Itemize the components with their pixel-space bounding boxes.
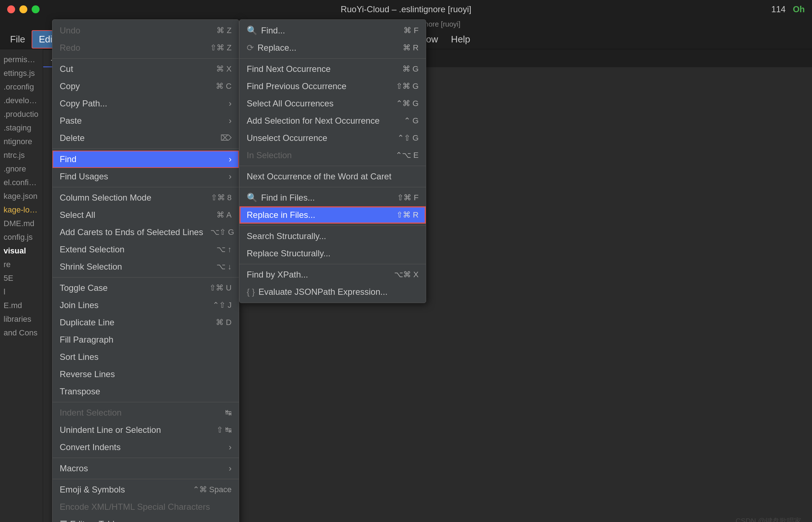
menu-file[interactable]: File bbox=[4, 31, 32, 48]
window-title: RuoYi-Cloud – .eslintignore [ruoyi] bbox=[341, 4, 471, 14]
separator bbox=[53, 58, 239, 59]
menu-item-find[interactable]: Find › bbox=[53, 151, 239, 168]
sidebar-item[interactable]: l bbox=[0, 285, 43, 299]
find-item-find-in-files[interactable]: 🔍 Find in Files... ⇧⌘ F bbox=[240, 189, 426, 206]
find-item-jsonpath[interactable]: { } Evaluate JSONPath Expression... bbox=[240, 283, 426, 301]
find-submenu: 🔍 Find... ⌘ F ⟳ Replace... ⌘ R Find Next… bbox=[239, 19, 426, 303]
menu-item-convert-indents[interactable]: Convert Indents › bbox=[53, 439, 239, 456]
menu-item-copy-path[interactable]: Copy Path... › bbox=[53, 95, 239, 112]
sidebar-item[interactable]: config.js bbox=[0, 230, 43, 244]
sidebar-item[interactable]: .developm bbox=[0, 94, 43, 107]
find-item-replace-structurally[interactable]: Replace Structurally... bbox=[240, 245, 426, 262]
sidebar-item[interactable]: kage-lock. bbox=[0, 203, 43, 217]
menu-item-encode-xml[interactable]: Encode XML/HTML Special Characters bbox=[53, 498, 239, 516]
find-item-prev-occurrence[interactable]: Find Previous Occurrence ⇧⌘ G bbox=[240, 78, 426, 95]
find-item-next-occurrence-word[interactable]: Next Occurrence of the Word at Caret bbox=[240, 168, 426, 185]
sidebar-item[interactable]: DME.md bbox=[0, 217, 43, 230]
sidebar-item[interactable]: visual bbox=[0, 244, 43, 258]
menu-item-select-all[interactable]: Select All ⌘ A bbox=[53, 206, 239, 224]
search-files-icon: 🔍 bbox=[247, 193, 257, 203]
sidebar-item[interactable]: libraries bbox=[0, 312, 43, 326]
menu-item-edit-as-table[interactable]: ☰ Edit as Table... bbox=[53, 516, 239, 522]
edit-menu-dropdown: Undo ⌘ Z Redo ⇧⌘ Z Cut ⌘ X Copy ⌘ C Copy… bbox=[52, 19, 239, 522]
menu-item-macros[interactable]: Macros › bbox=[53, 460, 239, 477]
separator bbox=[53, 187, 239, 187]
json-icon: { } bbox=[247, 287, 255, 297]
find-item-unselect-occurrence[interactable]: Unselect Occurrence ⌃⇧ G bbox=[240, 129, 426, 147]
separator bbox=[240, 187, 426, 187]
menu-item-toggle-case[interactable]: Toggle Case ⇧⌘ U bbox=[53, 279, 239, 297]
sidebar-item[interactable]: kage.json bbox=[0, 189, 43, 203]
menu-item-redo[interactable]: Redo ⇧⌘ Z bbox=[53, 39, 239, 56]
find-item-select-all-occurrences[interactable]: Select All Occurrences ⌃⌘ G bbox=[240, 95, 426, 112]
menu-item-cut[interactable]: Cut ⌘ X bbox=[53, 60, 239, 78]
sidebar-item[interactable]: re bbox=[0, 258, 43, 271]
menu-item-find-usages[interactable]: Find Usages › bbox=[53, 168, 239, 185]
menu-item-extend-selection[interactable]: Extend Selection ⌥ ↑ bbox=[53, 241, 239, 258]
separator bbox=[53, 402, 239, 402]
menu-item-duplicate-line[interactable]: Duplicate Line ⌘ D bbox=[53, 314, 239, 331]
separator bbox=[240, 225, 426, 226]
separator bbox=[53, 277, 239, 278]
menu-item-unindent[interactable]: Unindent Line or Selection ⇧ ↹ bbox=[53, 421, 239, 439]
sidebar-item[interactable]: .staging bbox=[0, 121, 43, 135]
traffic-lights bbox=[7, 5, 40, 13]
menu-item-fill-paragraph[interactable]: Fill Paragraph bbox=[53, 331, 239, 348]
find-item-search-structurally[interactable]: Search Structurally... bbox=[240, 228, 426, 245]
menu-item-delete[interactable]: Delete ⌦ bbox=[53, 129, 239, 147]
title-bar: RuoYi-Cloud – .eslintignore [ruoyi] 114 … bbox=[0, 0, 812, 19]
separator bbox=[53, 148, 239, 149]
find-item-find-by-xpath[interactable]: Find by XPath... ⌥⌘ X bbox=[240, 266, 426, 283]
maximize-button[interactable] bbox=[32, 5, 40, 13]
menu-item-reverse-lines[interactable]: Reverse Lines bbox=[53, 366, 239, 383]
watermark: CSDN @键盘歌唱家 bbox=[735, 516, 801, 522]
sidebar-item[interactable]: .orconfig bbox=[0, 80, 43, 94]
find-item-in-selection[interactable]: In Selection ⌃⌥ E bbox=[240, 147, 426, 164]
sidebar-item[interactable]: and Cons bbox=[0, 326, 43, 340]
sidebar-item[interactable]: ntrc.js bbox=[0, 148, 43, 162]
sidebar-item[interactable]: .gnore bbox=[0, 162, 43, 176]
sidebar-item[interactable]: ntignore bbox=[0, 135, 43, 148]
menu-item-join-lines[interactable]: Join Lines ⌃⇧ J bbox=[53, 297, 239, 314]
menu-item-copy[interactable]: Copy ⌘ C bbox=[53, 78, 239, 95]
menu-item-add-carets[interactable]: Add Carets to Ends of Selected Lines ⌥⇧ … bbox=[53, 224, 239, 241]
separator bbox=[240, 166, 426, 166]
notification-count: 114 bbox=[771, 4, 786, 14]
minimize-button[interactable] bbox=[19, 5, 27, 13]
separator bbox=[53, 458, 239, 458]
find-item-replace[interactable]: ⟳ Replace... ⌘ R bbox=[240, 39, 426, 56]
separator bbox=[53, 479, 239, 479]
find-item-find[interactable]: 🔍 Find... ⌘ F bbox=[240, 22, 426, 39]
menu-item-transpose[interactable]: Transpose bbox=[53, 383, 239, 400]
menu-item-sort-lines[interactable]: Sort Lines bbox=[53, 348, 239, 366]
menu-help[interactable]: Help bbox=[444, 31, 476, 48]
sidebar-item[interactable]: ettings.js bbox=[0, 67, 43, 80]
sidebar-item[interactable]: E.md bbox=[0, 299, 43, 312]
sidebar-item[interactable]: permission. bbox=[0, 53, 43, 67]
sidebar-item[interactable]: el.config.js bbox=[0, 176, 43, 189]
close-button[interactable] bbox=[7, 5, 15, 13]
replace-icon: ⟳ bbox=[247, 43, 254, 53]
menu-item-indent-selection[interactable]: Indent Selection ↹ bbox=[53, 404, 239, 421]
menu-item-column-selection[interactable]: Column Selection Mode ⇧⌘ 8 bbox=[53, 189, 239, 206]
separator bbox=[240, 58, 426, 59]
separator bbox=[240, 264, 426, 264]
find-item-next-occurrence[interactable]: Find Next Occurrence ⌘ G bbox=[240, 60, 426, 78]
menu-item-shrink-selection[interactable]: Shrink Selection ⌥ ↓ bbox=[53, 258, 239, 275]
search-icon: 🔍 bbox=[247, 26, 257, 36]
sidebar: permission. ettings.js .orconfig .develo… bbox=[0, 49, 43, 522]
find-item-replace-in-files[interactable]: Replace in Files... ⇧⌘ R bbox=[240, 206, 426, 224]
menu-item-undo[interactable]: Undo ⌘ Z bbox=[53, 22, 239, 39]
sidebar-item[interactable]: 5E bbox=[0, 271, 43, 285]
user-label: Oh bbox=[793, 4, 805, 14]
find-item-add-selection-next[interactable]: Add Selection for Next Occurrence ⌃ G bbox=[240, 112, 426, 129]
sidebar-item[interactable]: .productio bbox=[0, 107, 43, 121]
menu-item-emoji[interactable]: Emoji & Symbols ⌃⌘ Space bbox=[53, 481, 239, 498]
title-bar-right: 114 Oh bbox=[771, 4, 805, 14]
menu-item-paste[interactable]: Paste › bbox=[53, 112, 239, 129]
